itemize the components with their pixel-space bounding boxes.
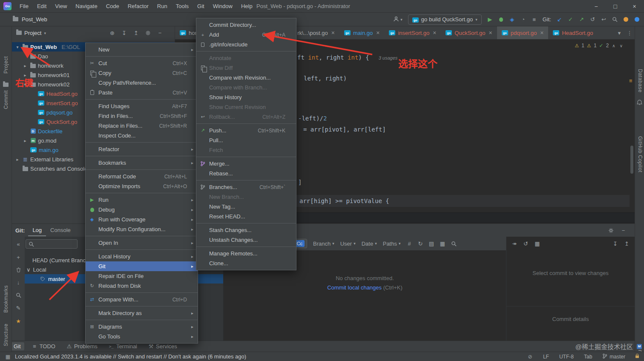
expand-button[interactable]: ↧ bbox=[612, 241, 618, 247]
context-menu-item-find-in-files[interactable]: Find in Files...Ctrl+Shift+F bbox=[86, 111, 198, 121]
context-menu-item-refactor[interactable]: Refactor▸ bbox=[86, 144, 198, 154]
commit-button[interactable]: ✓ bbox=[568, 16, 573, 23]
editor-scrollbar[interactable] bbox=[630, 146, 633, 174]
run-configuration-select[interactable]: go go build QuckSort.go ▾ bbox=[408, 14, 482, 25]
menu-file[interactable]: File bbox=[16, 1, 32, 11]
git-submenu-item-show-diff[interactable]: Show Diff bbox=[196, 63, 296, 73]
menu-code[interactable]: Code bbox=[102, 1, 123, 11]
git-submenu-item-rollback[interactable]: ↩Rollback...Ctrl+Alt+Z bbox=[196, 112, 296, 122]
context-menu-item-reload-from-disk[interactable]: ↻Reload from Disk bbox=[86, 281, 198, 291]
context-menu-item-find-usages[interactable]: Find UsagesAlt+F7 bbox=[86, 101, 198, 111]
remove-button[interactable] bbox=[16, 267, 21, 272]
context-menu-item-bookmarks[interactable]: Bookmarks▸ bbox=[86, 158, 198, 168]
locate-button[interactable]: ⊕ bbox=[109, 30, 115, 36]
line-separator-indicator[interactable]: LF bbox=[543, 354, 549, 360]
context-menu-item-run-with-coverage[interactable]: ◈Run with Coverage▸ bbox=[86, 215, 198, 224]
profiler-button[interactable]: ◔ bbox=[520, 16, 526, 23]
git-submenu-item-reset-head[interactable]: Reset HEAD... bbox=[196, 212, 296, 221]
git-log-search-field[interactable] bbox=[26, 239, 78, 249]
git-submenu-item-manage-remotes[interactable]: Manage Remotes... bbox=[196, 249, 296, 258]
filter-user-dropdown[interactable]: User▾ bbox=[340, 241, 356, 247]
indent-indicator[interactable]: Tab bbox=[584, 354, 592, 360]
context-menu-item-cut[interactable]: ✂CutCtrl+X bbox=[86, 58, 198, 68]
hide-button[interactable]: « bbox=[16, 241, 21, 247]
update-button[interactable]: ↙ bbox=[557, 16, 562, 23]
context-menu-item-diagrams[interactable]: ⊞Diagrams▸ bbox=[86, 322, 198, 332]
git-submenu-item-stash-changes[interactable]: Stash Changes... bbox=[196, 225, 296, 235]
context-menu-item-replace-in-files[interactable]: Replace in Files...Ctrl+Shift+R bbox=[86, 121, 198, 131]
git-submenu-item-commit-directory[interactable]: Commit Directory... bbox=[196, 20, 296, 30]
git-submenu-item-annotate[interactable]: Annotate bbox=[196, 53, 296, 63]
git-submenu-item-new-tag[interactable]: New Tag... bbox=[196, 202, 296, 212]
context-menu-item-go-tools[interactable]: Go Tools▸ bbox=[86, 332, 198, 341]
context-menu-item-copy-path-reference[interactable]: Copy Path/Reference... bbox=[86, 78, 198, 88]
minimize-button[interactable]: − bbox=[621, 227, 626, 234]
git-submenu-item-unstash-changes[interactable]: Unstash Changes... bbox=[196, 235, 296, 245]
git-submenu-item-pull[interactable]: Pull... bbox=[196, 135, 296, 145]
do-not-disturb-icon[interactable]: ⊘ bbox=[527, 354, 533, 360]
git-submenu-item-show-current-revision[interactable]: Show Current Revision bbox=[196, 102, 296, 112]
chevron-right-icon[interactable]: ▸ bbox=[22, 138, 28, 143]
git-submenu-item-git-info-exclude[interactable]: .git/info/exclude bbox=[196, 40, 296, 49]
context-menu-item-mark-directory-as[interactable]: Mark Directory as▸ bbox=[86, 308, 198, 318]
grid-button[interactable]: ▦ bbox=[440, 241, 446, 247]
chevron-right-icon[interactable]: ▸ bbox=[22, 63, 28, 68]
add-button[interactable]: + bbox=[16, 254, 21, 261]
debug-button[interactable] bbox=[498, 16, 504, 23]
menu-help[interactable]: Help bbox=[237, 1, 256, 11]
find-button[interactable] bbox=[451, 241, 457, 246]
git-submenu-item-clone[interactable]: Clone... bbox=[196, 258, 296, 268]
stripe-label-github-copilot[interactable]: GitHub Copilot bbox=[637, 136, 643, 172]
git-submenu-item-compare-with-branch[interactable]: Compare with Branch... bbox=[196, 83, 296, 92]
stripe-label-structure[interactable]: Structure bbox=[3, 324, 9, 346]
context-menu-item-compare-with[interactable]: ⇄Compare With...Ctrl+D bbox=[86, 295, 198, 304]
scroll-up-button[interactable]: ↥ bbox=[133, 30, 139, 36]
git-submenu-item-show-history[interactable]: Show History bbox=[196, 92, 296, 102]
layout-button[interactable]: ▦ bbox=[535, 241, 540, 247]
rollback-button[interactable]: ↩ bbox=[601, 16, 607, 23]
stripe-label-project[interactable]: Project bbox=[3, 56, 9, 74]
settings-button[interactable] bbox=[145, 30, 151, 36]
tool-window-switcher-icon[interactable]: ▦ bbox=[5, 354, 11, 360]
stop-button[interactable]: ■ bbox=[532, 16, 537, 23]
context-menu-item-new[interactable]: New▸ bbox=[86, 45, 198, 54]
project-panel-title[interactable]: Project bbox=[24, 30, 41, 36]
menu-view[interactable]: View bbox=[51, 1, 71, 11]
git-submenu-item-fetch[interactable]: Fetch bbox=[196, 145, 296, 155]
chevron-down-icon[interactable]: ▾ bbox=[14, 45, 20, 49]
history-button[interactable]: ↺ bbox=[590, 16, 595, 23]
context-menu-item-git[interactable]: Git▸ bbox=[86, 261, 198, 271]
filter-branch-dropdown[interactable]: Branch▾ bbox=[313, 241, 334, 247]
chevron-right-icon[interactable]: ▸ bbox=[14, 157, 20, 162]
context-menu-item-open-in[interactable]: Open In▸ bbox=[86, 238, 198, 248]
context-menu-item-copy[interactable]: CopyCtrl+C bbox=[86, 68, 198, 78]
git-branch-indicator[interactable]: master bbox=[602, 353, 625, 360]
stripe-label-database[interactable]: Database bbox=[637, 69, 643, 92]
user-account-button[interactable]: ▾ bbox=[393, 16, 402, 23]
chevron-right-icon[interactable]: ▸ bbox=[22, 73, 28, 77]
run-button[interactable]: ▶ bbox=[487, 16, 493, 23]
notifications-icon[interactable] bbox=[637, 100, 642, 106]
context-menu-item-modify-run-configuration[interactable]: Modify Run Configuration...▸ bbox=[86, 224, 198, 234]
chevron-down-icon[interactable]: ∨ bbox=[26, 266, 31, 273]
stripe-label-commit[interactable]: Commit bbox=[3, 90, 9, 109]
git-submenu-item-compare-with-revision[interactable]: Compare with Revision... bbox=[196, 73, 296, 83]
next-problem-icon[interactable]: ∨ bbox=[619, 43, 624, 48]
gear-button[interactable] bbox=[608, 228, 614, 233]
copilot-button[interactable] bbox=[634, 17, 640, 22]
encoding-indicator[interactable]: UTF-8 bbox=[559, 354, 574, 360]
hide-panel-button[interactable]: − bbox=[157, 30, 163, 36]
git-tab-log[interactable]: Log bbox=[28, 225, 46, 236]
context-menu-item-local-history[interactable]: Local History▸ bbox=[86, 252, 198, 261]
edit-button[interactable]: ✎ bbox=[16, 305, 21, 311]
filter-date-dropdown[interactable]: Date▾ bbox=[362, 241, 377, 247]
refresh-button[interactable]: ↻ bbox=[418, 241, 423, 247]
minimize-button[interactable]: − bbox=[586, 0, 606, 13]
menu-navigate[interactable]: Navigate bbox=[72, 1, 101, 11]
coverage-button[interactable]: ◈ bbox=[509, 16, 515, 23]
context-menu-item-reformat-code[interactable]: Reformat CodeCtrl+Alt+L bbox=[86, 172, 198, 181]
git-submenu-item-push[interactable]: ↗Push...Ctrl+Shift+K bbox=[196, 126, 296, 135]
close-button[interactable]: × bbox=[625, 0, 644, 13]
stripe-label-bookmarks[interactable]: Bookmarks bbox=[3, 285, 9, 313]
menu-git[interactable]: Git bbox=[193, 1, 208, 11]
